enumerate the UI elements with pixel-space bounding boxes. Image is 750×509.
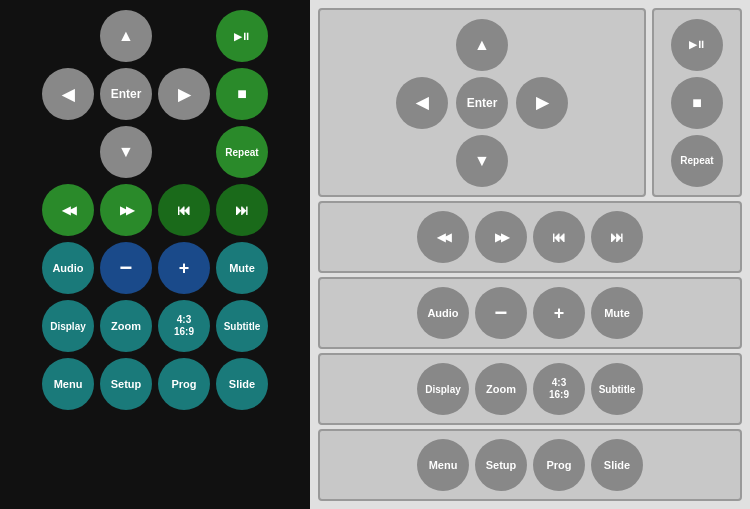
r-menu-section: Menu Setup Prog Slide: [318, 429, 742, 501]
r-down-button[interactable]: [456, 135, 508, 187]
r-display-button[interactable]: Display: [417, 363, 469, 415]
previous-button[interactable]: ⏮: [158, 184, 210, 236]
enter-button[interactable]: Enter: [100, 68, 152, 120]
repeat-button[interactable]: Repeat: [216, 126, 268, 178]
r-prev-button[interactable]: ⏮: [533, 211, 585, 263]
r-right-button[interactable]: [516, 77, 568, 129]
stop-button[interactable]: [216, 68, 268, 120]
r-play-pause-button[interactable]: ▶⏸: [671, 19, 723, 71]
r-audio-section: Audio − + Mute: [318, 277, 742, 349]
plus-button[interactable]: +: [158, 242, 210, 294]
r-stop-button[interactable]: ■: [671, 77, 723, 129]
r-aspect-button[interactable]: 4:3 16:9: [533, 363, 585, 415]
aspect-button[interactable]: 4:3 16:9: [158, 300, 210, 352]
left-button[interactable]: [42, 68, 94, 120]
nav-box: Enter: [318, 8, 646, 197]
r-left-button[interactable]: [396, 77, 448, 129]
r-up-button[interactable]: [456, 19, 508, 71]
display-button[interactable]: Display: [42, 300, 94, 352]
r-repeat-button[interactable]: Repeat: [671, 135, 723, 187]
zoom-button[interactable]: Zoom: [100, 300, 152, 352]
r-ff-button[interactable]: ▶▶: [475, 211, 527, 263]
r-audio-button[interactable]: Audio: [417, 287, 469, 339]
audio-button[interactable]: Audio: [42, 242, 94, 294]
rewind-button[interactable]: ◀◀: [42, 184, 94, 236]
up-button[interactable]: [100, 10, 152, 62]
r-minus-button[interactable]: −: [475, 287, 527, 339]
row-5: Audio − + Mute: [8, 242, 302, 294]
r-enter-button[interactable]: Enter: [456, 77, 508, 129]
row-1: ▶⏸: [8, 10, 302, 62]
right-remote: Enter ▶⏸ ■ Repeat ◀◀ ▶▶ ⏮ ⏭ Audio − + Mu…: [310, 0, 750, 509]
r-subtitle-button[interactable]: Subtitle: [591, 363, 643, 415]
r-next-button[interactable]: ⏭: [591, 211, 643, 263]
row-7: Menu Setup Prog Slide: [8, 358, 302, 410]
r-transport-section: ◀◀ ▶▶ ⏮ ⏭: [318, 201, 742, 273]
row-3: Repeat: [8, 126, 302, 178]
r-mute-button[interactable]: Mute: [591, 287, 643, 339]
down-button[interactable]: [100, 126, 152, 178]
menu-button[interactable]: Menu: [42, 358, 94, 410]
right-button[interactable]: [158, 68, 210, 120]
r-slide-button[interactable]: Slide: [591, 439, 643, 491]
play-pause-button[interactable]: ▶⏸: [216, 10, 268, 62]
r-plus-button[interactable]: +: [533, 287, 585, 339]
row-2: Enter: [8, 68, 302, 120]
r-rewind-button[interactable]: ◀◀: [417, 211, 469, 263]
prog-button[interactable]: Prog: [158, 358, 210, 410]
subtitle-button[interactable]: Subtitle: [216, 300, 268, 352]
r-display-section: Display Zoom 4:3 16:9 Subtitle: [318, 353, 742, 425]
left-remote: ▶⏸ Enter Repeat ◀◀ ▶▶ ⏮ ⏭ Audio − + Mute…: [0, 0, 310, 509]
r-menu-button[interactable]: Menu: [417, 439, 469, 491]
next-button[interactable]: ⏭: [216, 184, 268, 236]
right-top-section: Enter ▶⏸ ■ Repeat: [318, 8, 742, 197]
setup-button[interactable]: Setup: [100, 358, 152, 410]
r-prog-button[interactable]: Prog: [533, 439, 585, 491]
mute-button[interactable]: Mute: [216, 242, 268, 294]
minus-button[interactable]: −: [100, 242, 152, 294]
row-6: Display Zoom 4:3 16:9 Subtitle: [8, 300, 302, 352]
extra-box: ▶⏸ ■ Repeat: [652, 8, 742, 197]
r-zoom-button[interactable]: Zoom: [475, 363, 527, 415]
r-setup-button[interactable]: Setup: [475, 439, 527, 491]
slide-button[interactable]: Slide: [216, 358, 268, 410]
row-4: ◀◀ ▶▶ ⏮ ⏭: [8, 184, 302, 236]
fast-forward-button[interactable]: ▶▶: [100, 184, 152, 236]
